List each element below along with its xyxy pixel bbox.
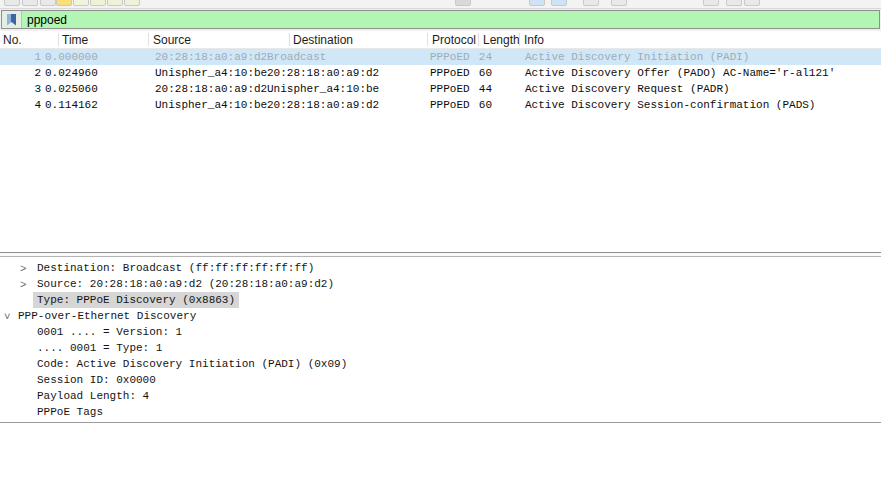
column-divider[interactable] xyxy=(58,33,59,46)
toolbar-icon-fragment xyxy=(611,0,627,6)
packet-cell-source: Unispher_a4:10:be xyxy=(155,97,267,113)
wireshark-window: pppoed No.TimeSourceDestinationProtocolL… xyxy=(0,0,881,494)
column-header-time[interactable]: Time xyxy=(62,33,88,47)
detail-tree-row[interactable]: >Source: 20:28:18:a0:a9:d2 (20:28:18:a0:… xyxy=(0,276,881,292)
packet-cell-destination: Unispher_a4:10:be xyxy=(267,81,379,97)
chevron-down-icon[interactable]: ˅ xyxy=(4,308,10,324)
packet-cell-time: 0.024960 xyxy=(45,65,98,81)
packet-cell-length: 24 xyxy=(452,49,492,65)
filter-bar: pppoed xyxy=(0,9,881,31)
packet-cell-no: 1 xyxy=(0,49,41,65)
chevron-right-icon[interactable]: > xyxy=(20,260,26,276)
column-header-info[interactable]: Info xyxy=(524,33,544,47)
packet-cell-info: Active Discovery Request (PADR) xyxy=(525,81,730,97)
detail-tree-row[interactable]: Session ID: 0x0000 xyxy=(0,372,881,388)
column-header-destination[interactable]: Destination xyxy=(293,33,353,47)
column-divider[interactable] xyxy=(519,33,520,46)
packet-row[interactable]: 20.024960Unispher_a4:10:be20:28:18:a0:a9… xyxy=(0,65,881,81)
toolbar-icon-fragment xyxy=(56,0,72,6)
detail-field: PPP-over-Ethernet Discovery xyxy=(18,308,196,324)
packet-cell-destination: 20:28:18:a0:a9:d2 xyxy=(267,65,379,81)
toolbar-icon-fragment xyxy=(455,0,471,6)
filter-bookmark-button[interactable] xyxy=(2,11,22,28)
column-divider[interactable] xyxy=(427,33,428,46)
toolbar-icon-fragment xyxy=(90,0,106,6)
packet-cell-info: Active Discovery Offer (PADO) AC-Name='r… xyxy=(525,65,835,81)
detail-field: .... 0001 = Type: 1 xyxy=(37,340,162,356)
packet-cell-info: Active Discovery Initiation (PADI) xyxy=(525,49,749,65)
packet-row[interactable]: 40.114162Unispher_a4:10:be20:28:18:a0:a9… xyxy=(0,97,881,113)
packet-cell-time: 0.114162 xyxy=(45,97,98,113)
packet-row[interactable]: 30.02506020:28:18:a0:a9:d2Unispher_a4:10… xyxy=(0,81,881,97)
packet-details-pane: >Destination: Broadcast (ff:ff:ff:ff:ff:… xyxy=(0,257,881,423)
toolbar-strip xyxy=(0,0,881,9)
packet-cell-time: 0.000000 xyxy=(45,49,98,65)
packet-cell-length: 60 xyxy=(452,65,492,81)
detail-field-selected: Type: PPPoE Discovery (0x8863) xyxy=(33,292,239,308)
detail-tree-row[interactable]: >Destination: Broadcast (ff:ff:ff:ff:ff:… xyxy=(0,260,881,276)
detail-field: Payload Length: 4 xyxy=(37,388,149,404)
bookmark-icon xyxy=(7,14,16,26)
packet-cell-length: 44 xyxy=(452,81,492,97)
column-divider[interactable] xyxy=(289,33,290,46)
toolbar-icon-fragment xyxy=(22,0,38,6)
packet-cell-length: 60 xyxy=(452,97,492,113)
toolbar-icon-fragment xyxy=(40,0,56,6)
toolbar-icon-fragment xyxy=(529,0,545,6)
detail-tree-row[interactable]: 0001 .... = Version: 1 xyxy=(0,324,881,340)
detail-tree-row[interactable]: .... 0001 = Type: 1 xyxy=(0,340,881,356)
column-header-source[interactable]: Source xyxy=(153,33,191,47)
packet-row[interactable]: 10.00000020:28:18:a0:a9:d2BroadcastPPPoE… xyxy=(0,49,881,65)
column-header-length[interactable]: Length xyxy=(483,33,520,47)
detail-tree-row[interactable]: Payload Length: 4 xyxy=(0,388,881,404)
detail-field: Destination: Broadcast (ff:ff:ff:ff:ff:f… xyxy=(37,260,314,276)
toolbar-icon-fragment xyxy=(726,0,742,6)
detail-tree-row[interactable]: PPPoE Tags xyxy=(0,404,881,420)
packet-cell-source: Unispher_a4:10:be xyxy=(155,65,267,81)
detail-tree-row[interactable]: ˅PPP-over-Ethernet Discovery xyxy=(0,308,881,324)
filter-input[interactable]: pppoed xyxy=(22,11,879,28)
toolbar-icon-fragment xyxy=(73,0,89,6)
toolbar-icon-fragment xyxy=(583,0,599,6)
packet-cell-source: 20:28:18:a0:a9:d2 xyxy=(155,81,267,97)
packet-cell-no: 4 xyxy=(0,97,41,113)
packet-cell-time: 0.025060 xyxy=(45,81,98,97)
column-divider[interactable] xyxy=(478,33,479,46)
detail-field: Source: 20:28:18:a0:a9:d2 (20:28:18:a0:a… xyxy=(37,276,334,292)
toolbar-icon-fragment xyxy=(551,0,567,6)
packet-list: 10.00000020:28:18:a0:a9:d2BroadcastPPPoE… xyxy=(0,49,881,252)
packet-cell-source: 20:28:18:a0:a9:d2 xyxy=(155,49,267,65)
detail-tree-row[interactable]: Code: Active Discovery Initiation (PADI)… xyxy=(0,356,881,372)
filter-text: pppoed xyxy=(27,13,67,27)
detail-field: PPPoE Tags xyxy=(37,404,103,420)
detail-tree-row[interactable]: Type: PPPoE Discovery (0x8863) xyxy=(0,292,881,308)
packet-cell-destination: 20:28:18:a0:a9:d2 xyxy=(267,97,379,113)
packet-cell-info: Active Discovery Session-confirmation (P… xyxy=(525,97,815,113)
toolbar-icon-fragment xyxy=(744,0,760,6)
toolbar-icon-fragment xyxy=(4,0,20,6)
column-header-no[interactable]: No. xyxy=(3,33,22,47)
detail-field: Code: Active Discovery Initiation (PADI)… xyxy=(37,356,347,372)
toolbar-icon-fragment xyxy=(703,0,719,6)
column-header-protocol[interactable]: Protocol xyxy=(432,33,476,47)
packet-cell-no: 3 xyxy=(0,81,41,97)
filter-field: pppoed xyxy=(1,10,880,29)
column-divider[interactable] xyxy=(148,33,149,46)
detail-field: Session ID: 0x0000 xyxy=(37,372,156,388)
packet-cell-destination: Broadcast xyxy=(267,49,326,65)
chevron-right-icon[interactable]: > xyxy=(20,276,26,292)
packet-cell-no: 2 xyxy=(0,65,41,81)
toolbar-icon-fragment xyxy=(107,0,123,6)
packet-list-header: No.TimeSourceDestinationProtocolLengthIn… xyxy=(0,31,881,49)
detail-field: 0001 .... = Version: 1 xyxy=(37,324,182,340)
toolbar-icon-fragment xyxy=(124,0,140,6)
